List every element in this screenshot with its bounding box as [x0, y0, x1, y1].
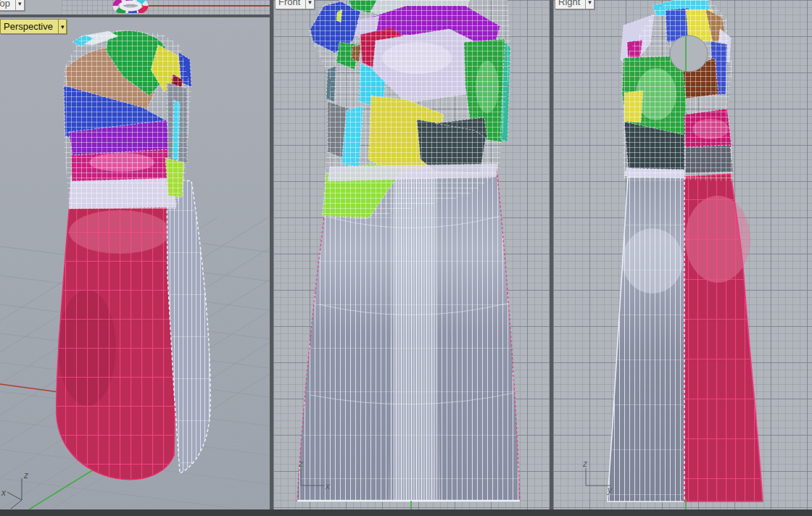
axis-y-label: y [607, 485, 613, 495]
world-y-axis [29, 464, 103, 509]
viewport-label-front-text: Front [276, 0, 305, 9]
chevron-down-icon[interactable]: ▾ [58, 20, 67, 33]
dress-armhole [670, 36, 708, 72]
bottom-edge-bar [0, 509, 812, 516]
viewport-label-right[interactable]: Right ▾ [555, 0, 594, 9]
viewport-label-perspective-text: Perspective [1, 20, 58, 33]
chevron-down-icon[interactable]: ▾ [305, 0, 314, 9]
viewport-label-right-text: Right [555, 0, 585, 9]
front-viewport-canvas[interactable]: z x Front ▾ [273, 0, 550, 509]
perspective-scene: z x y [0, 17, 270, 509]
rhino-viewport-workspace: Top ▾ [0, 0, 812, 516]
axis-z-label: z [298, 459, 303, 469]
viewport-label-top[interactable]: Top ▾ [0, 0, 25, 11]
chevron-down-icon[interactable]: ▾ [585, 0, 594, 9]
top-viewport-canvas[interactable]: Top ▾ [0, 0, 270, 14]
perspective-viewport-canvas[interactable]: z x y Perspective ▾ [0, 17, 270, 509]
perspective-axis-gizmo [7, 478, 22, 509]
viewport-label-perspective[interactable]: Perspective ▾ [0, 19, 67, 34]
chevron-down-icon[interactable]: ▾ [15, 0, 24, 10]
front-scene: z x [273, 0, 550, 509]
axis-z-label: z [23, 470, 28, 480]
right-viewport-canvas[interactable]: z y Right ▾ [553, 0, 812, 509]
viewport-label-top-text: Top [0, 0, 15, 10]
dress-skirt-right [608, 174, 763, 502]
axis-x-label: x [1, 488, 7, 498]
axis-z-label: z [582, 459, 587, 469]
viewport-splitter-vertical-1[interactable] [270, 0, 273, 509]
bodice-mesh-overlay [58, 29, 199, 210]
viewport-label-front[interactable]: Front ▾ [275, 0, 315, 9]
viewport-splitter-vertical-2[interactable] [550, 0, 553, 509]
top-viewport-x-axis-line [142, 5, 270, 7]
right-axis-gizmo [586, 468, 610, 486]
right-scene: z y [553, 0, 812, 509]
dress-skirt-perspective [57, 178, 210, 480]
top-viewport-grid [62, 0, 270, 14]
axis-x-label: x [325, 481, 331, 491]
dress-top-view-ring [109, 0, 152, 13]
